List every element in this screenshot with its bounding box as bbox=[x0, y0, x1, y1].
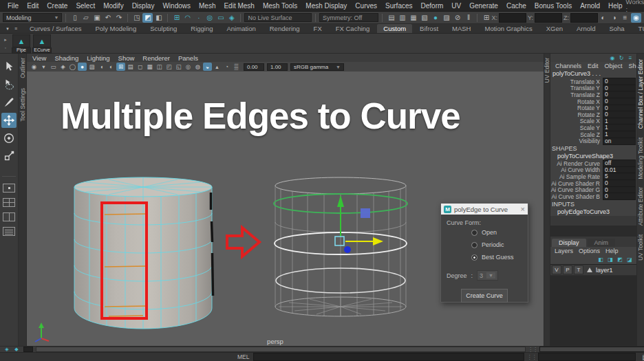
shelf-options-icon[interactable]: ≡ bbox=[12, 25, 19, 32]
menu-item[interactable]: Display bbox=[129, 1, 158, 10]
shelf-tab[interactable]: Arnold bbox=[570, 24, 601, 33]
move-tool[interactable] bbox=[1, 113, 17, 128]
film-gate-icon[interactable]: ▤ bbox=[126, 63, 135, 71]
render-current-frame-icon[interactable]: ▥ bbox=[397, 13, 407, 23]
channel-label[interactable]: Ai Curve Shader G bbox=[551, 186, 600, 193]
curve-form-option[interactable]: Best Guess bbox=[471, 254, 528, 261]
shelf-tab[interactable]: XGen bbox=[540, 24, 569, 33]
script-editor-icon[interactable]: ▤ bbox=[640, 352, 644, 361]
menu-item[interactable]: Generate bbox=[466, 1, 502, 10]
layer-template-toggle[interactable]: T bbox=[574, 265, 583, 274]
layer-editor-tab[interactable]: Anim bbox=[588, 239, 616, 247]
paint-select-tool[interactable] bbox=[1, 95, 17, 110]
channel-label[interactable]: Translate Z bbox=[570, 91, 600, 98]
menu-item[interactable]: Bonus Tools bbox=[531, 1, 575, 10]
ipr-render-icon[interactable]: ▦ bbox=[408, 13, 418, 23]
hypershade-icon[interactable]: ▨ bbox=[441, 13, 451, 23]
tab-outliner[interactable]: Outliner bbox=[19, 58, 26, 78]
x-axis-handle[interactable] bbox=[373, 237, 383, 245]
redo-icon[interactable]: ↷ bbox=[114, 13, 124, 23]
shelf-tab[interactable]: Motion Graphics bbox=[478, 24, 538, 33]
layer-name[interactable]: layer1 bbox=[596, 267, 613, 274]
shelf-tab[interactable]: TURTLE bbox=[632, 24, 644, 33]
layer-move-up-icon[interactable]: ◧ bbox=[597, 256, 605, 263]
channel-label[interactable]: Ai Sample Rate bbox=[559, 173, 600, 180]
degree-dropdown[interactable]: 3 ▼ bbox=[477, 270, 498, 281]
make-live-icon[interactable]: ◈ bbox=[226, 13, 237, 23]
snap-curve-icon[interactable]: ◠ bbox=[182, 13, 193, 23]
range-slider[interactable] bbox=[36, 347, 526, 352]
render-sequence-icon[interactable]: ▧ bbox=[419, 13, 429, 23]
layout-four-pane-button[interactable] bbox=[3, 198, 15, 207]
y-axis-handle[interactable] bbox=[337, 195, 344, 207]
curve-form-option[interactable]: Periodic bbox=[471, 241, 528, 248]
save-scene-icon[interactable]: ▣ bbox=[92, 13, 102, 23]
shelf-arrow-icon[interactable]: ▸ bbox=[2, 36, 10, 43]
shadows-icon[interactable]: ◐ bbox=[107, 63, 116, 71]
shelf-tab[interactable]: Rigging bbox=[184, 24, 219, 33]
plane-handle[interactable] bbox=[361, 208, 370, 218]
layer-row[interactable]: V P T layer1 bbox=[550, 265, 636, 276]
grip-handle[interactable]: ⋮⋮ bbox=[526, 354, 536, 360]
layer-color-icon[interactable] bbox=[587, 267, 592, 272]
shelf-tab[interactable]: Poly Modeling bbox=[89, 24, 143, 33]
bookmark-icon[interactable]: ▾ bbox=[39, 63, 48, 71]
new-scene-icon[interactable]: ▯ bbox=[69, 13, 80, 23]
character-controls-icon[interactable]: ◑ bbox=[609, 13, 619, 23]
camera-lock-icon[interactable]: ◉ bbox=[30, 63, 39, 71]
menu-item[interactable]: Arnold bbox=[577, 1, 603, 10]
highlight-selection-icon[interactable]: ◐ bbox=[598, 13, 608, 23]
cut-icon[interactable]: ⊘ bbox=[452, 13, 462, 23]
refresh-icon[interactable]: ↻ bbox=[617, 54, 625, 62]
shelf-tab[interactable]: Custom bbox=[377, 24, 412, 33]
translate-manipulator[interactable] bbox=[335, 195, 383, 253]
pan-zoom-icon[interactable]: ◈ bbox=[58, 63, 67, 71]
shelf-tab[interactable]: Animation bbox=[220, 24, 261, 33]
playback-options-field[interactable] bbox=[539, 347, 644, 352]
sidebar-toggle-icon[interactable]: ◉ bbox=[631, 13, 641, 23]
contrast-field[interactable]: 1.00 bbox=[267, 63, 288, 71]
tab-channel-box-layer-editor[interactable]: Channel Box / Layer Editor bbox=[637, 59, 644, 129]
menu-item[interactable]: Modify bbox=[100, 1, 127, 10]
lasso-tool[interactable] bbox=[1, 77, 17, 92]
exposure-field[interactable]: 0.00 bbox=[244, 63, 264, 71]
input-node-name[interactable]: polyEdgeToCurve3 bbox=[550, 208, 636, 216]
dof-icon[interactable]: ◔ bbox=[222, 63, 231, 71]
axis-input[interactable] bbox=[535, 13, 562, 23]
shaded-cylinder[interactable] bbox=[74, 177, 213, 329]
gate-mask-icon[interactable]: ▦ bbox=[145, 63, 154, 71]
dialog-titlebar[interactable]: M polyEdge to Curve × bbox=[441, 204, 528, 215]
channel-label[interactable]: Ai Render Curve bbox=[557, 160, 600, 167]
curve-form-option[interactable]: Open bbox=[471, 229, 528, 236]
channel-box-menu-item[interactable]: Channels bbox=[553, 63, 583, 69]
range-start-field[interactable] bbox=[23, 347, 33, 352]
snap-projected-center-icon[interactable]: ◎ bbox=[204, 13, 215, 23]
center-handle[interactable] bbox=[335, 237, 344, 245]
isolate-select-icon[interactable]: ◎ bbox=[184, 63, 193, 71]
select-object-icon[interactable]: ◩ bbox=[142, 13, 153, 23]
safe-title-icon[interactable]: ◱ bbox=[174, 63, 183, 71]
tab-modeling-toolkit[interactable]: Modeling Toolkit bbox=[637, 138, 644, 179]
viewport-menu-item[interactable]: Shading bbox=[52, 54, 81, 62]
snap-point-icon[interactable]: ∙ bbox=[193, 13, 204, 23]
object-name[interactable]: polyToCurve3 . . . bbox=[550, 70, 636, 78]
channel-label[interactable]: Ai Curve Shader R bbox=[551, 180, 600, 187]
tab-uv-editor[interactable]: UV Editor bbox=[544, 58, 550, 83]
mel-command-input[interactable] bbox=[253, 353, 524, 361]
menu-item[interactable]: Surfaces bbox=[382, 1, 416, 10]
viewport-menu-item[interactable]: Lighting bbox=[84, 54, 112, 62]
menu-item[interactable]: Curves bbox=[352, 1, 380, 10]
layer-move-down-icon[interactable]: ◨ bbox=[606, 256, 614, 263]
channel-settings-icon[interactable]: ≡ bbox=[620, 13, 630, 23]
axis-input[interactable] bbox=[570, 13, 598, 23]
symmetry-field[interactable]: Symmetry: Off bbox=[319, 13, 378, 22]
open-scene-icon[interactable]: ▱ bbox=[80, 13, 91, 23]
shelf-tab[interactable]: Bifrost bbox=[414, 24, 444, 33]
channel-label[interactable]: Scale Z bbox=[580, 131, 600, 138]
channel-box-menu-item[interactable]: Edit bbox=[586, 63, 601, 69]
layer-new-icon[interactable]: ◪ bbox=[625, 256, 634, 263]
menu-item[interactable]: Create bbox=[43, 1, 71, 10]
menu-item[interactable]: Cache bbox=[503, 1, 530, 10]
rotate-tool[interactable] bbox=[1, 131, 17, 146]
shelf-item[interactable]: ▲ Pipe bbox=[12, 34, 30, 54]
